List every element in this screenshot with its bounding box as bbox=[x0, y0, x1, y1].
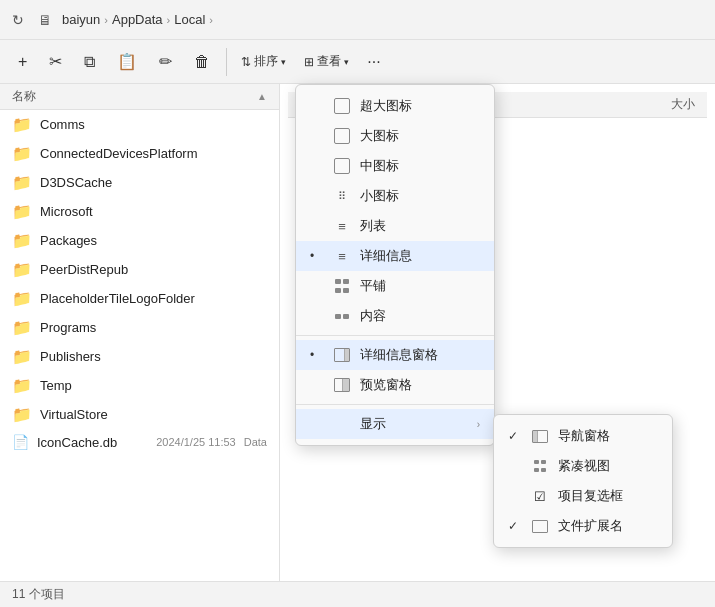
rename-icon: ✏ bbox=[159, 52, 172, 71]
menu-item-detail-pane[interactable]: • 详细信息窗格 bbox=[296, 340, 494, 370]
copy-button[interactable]: ⧉ bbox=[74, 49, 105, 75]
sort-dropdown[interactable]: ⇅ 排序 ▾ bbox=[233, 49, 294, 74]
menu-item-detail-pane-label: 详细信息窗格 bbox=[360, 346, 480, 364]
submenu-item-checkbox[interactable]: ☑ 项目复选框 bbox=[494, 481, 672, 511]
menu-item-detail[interactable]: • ≡ 详细信息 bbox=[296, 241, 494, 271]
submenu-item-compact-label: 紧凑视图 bbox=[558, 457, 658, 475]
menu-item-medium-icon[interactable]: 中图标 bbox=[296, 151, 494, 181]
folder-icon: 📁 bbox=[12, 260, 32, 279]
view-label: 查看 bbox=[317, 53, 341, 70]
small-icon-icon: ⠿ bbox=[334, 188, 350, 204]
folder-icon: 📁 bbox=[12, 144, 32, 163]
large-icon-icon bbox=[334, 128, 350, 144]
rename-button[interactable]: ✏ bbox=[149, 48, 182, 75]
list-item[interactable]: 📁 Packages bbox=[0, 226, 279, 255]
folder-icon: 📁 bbox=[12, 231, 32, 250]
file-size: Data bbox=[244, 436, 267, 448]
paste-button[interactable]: 📋 bbox=[107, 48, 147, 75]
submenu-item-nav-pane[interactable]: ✓ 导航窗格 bbox=[494, 421, 672, 451]
content-icon bbox=[334, 308, 350, 324]
compact-icon bbox=[532, 458, 548, 474]
column-name[interactable]: 名称 bbox=[12, 88, 253, 105]
menu-item-small-icon[interactable]: ⠿ 小图标 bbox=[296, 181, 494, 211]
extension-icon bbox=[532, 520, 548, 533]
submenu: ✓ 导航窗格 紧凑视图 ☑ 项目复选框 ✓ 文件扩展名 bbox=[493, 414, 673, 548]
folder-icon: 📁 bbox=[12, 318, 32, 337]
submenu-item-extension-label: 文件扩展名 bbox=[558, 517, 658, 535]
menu-item-list[interactable]: ≡ 列表 bbox=[296, 211, 494, 241]
menu-item-show[interactable]: 显示 › bbox=[296, 409, 494, 439]
menu-item-tile[interactable]: 平铺 bbox=[296, 271, 494, 301]
breadcrumb-item-baiyun[interactable]: baiyun bbox=[62, 12, 100, 27]
refresh-icon[interactable]: ↻ bbox=[8, 8, 28, 32]
cut-button[interactable]: ✂ bbox=[39, 48, 72, 75]
status-text: 11 个项目 bbox=[12, 586, 65, 603]
list-item[interactable]: 📁 Comms bbox=[0, 110, 279, 139]
menu-check-detail: • bbox=[310, 249, 324, 263]
menu-item-xlarge-icon[interactable]: 超大图标 bbox=[296, 91, 494, 121]
menu-item-large-icon[interactable]: 大图标 bbox=[296, 121, 494, 151]
list-item[interactable]: 📁 Temp bbox=[0, 371, 279, 400]
view-icon: ⊞ bbox=[304, 55, 314, 69]
file-name: Packages bbox=[40, 233, 267, 248]
menu-separator2 bbox=[296, 404, 494, 405]
submenu-item-nav-label: 导航窗格 bbox=[558, 427, 658, 445]
menu-item-small-label: 小图标 bbox=[360, 187, 480, 205]
folder-icon: 📁 bbox=[12, 202, 32, 221]
file-name: Comms bbox=[40, 117, 267, 132]
breadcrumb-item-local[interactable]: Local bbox=[174, 12, 205, 27]
new-button[interactable]: + bbox=[8, 49, 37, 75]
tile-icon bbox=[334, 278, 350, 294]
sort-label: 排序 bbox=[254, 53, 278, 70]
list-item[interactable]: 📁 VirtualStore bbox=[0, 400, 279, 429]
menu-item-list-label: 列表 bbox=[360, 217, 480, 235]
menu-item-large-label: 大图标 bbox=[360, 127, 480, 145]
title-bar: ↻ 🖥 baiyun › AppData › Local › bbox=[0, 0, 715, 40]
submenu-item-compact[interactable]: 紧凑视图 bbox=[494, 451, 672, 481]
breadcrumb-sep3: › bbox=[209, 14, 213, 26]
list-item[interactable]: 📁 PlaceholderTileLogoFolder bbox=[0, 284, 279, 313]
list-item[interactable]: 📄 IconCache.db 2024/1/25 11:53 Data bbox=[0, 429, 279, 455]
menu-item-preview-pane[interactable]: 预览窗格 bbox=[296, 370, 494, 400]
file-doc-icon: 📄 bbox=[12, 434, 29, 450]
list-item[interactable]: 📁 ConnectedDevicesPlatform bbox=[0, 139, 279, 168]
breadcrumb-sep: › bbox=[104, 14, 108, 26]
list-item[interactable]: 📁 PeerDistRepub bbox=[0, 255, 279, 284]
delete-icon: 🗑 bbox=[194, 53, 210, 71]
submenu-check-nav: ✓ bbox=[508, 429, 522, 443]
menu-item-content[interactable]: 内容 bbox=[296, 301, 494, 331]
folder-icon: 📁 bbox=[12, 289, 32, 308]
file-date: 2024/1/25 11:53 bbox=[156, 436, 236, 448]
list-icon: ≡ bbox=[334, 218, 350, 234]
paste-icon: 📋 bbox=[117, 52, 137, 71]
context-menu-overlay: 超大图标 大图标 中图标 ⠿ 小图标 ≡ 列表 • ≡ 详细信息 bbox=[295, 84, 495, 446]
sort-indicator[interactable]: ▲ bbox=[257, 91, 267, 102]
delete-button[interactable]: 🗑 bbox=[184, 49, 220, 75]
breadcrumb: baiyun › AppData › Local › bbox=[62, 12, 213, 27]
breadcrumb-item-appdata[interactable]: AppData bbox=[112, 12, 163, 27]
folder-icon: 📁 bbox=[12, 405, 32, 424]
menu-item-preview-pane-label: 预览窗格 bbox=[360, 376, 480, 394]
list-item[interactable]: 📁 D3DSCache bbox=[0, 168, 279, 197]
breadcrumb-sep2: › bbox=[167, 14, 171, 26]
file-name: PeerDistRepub bbox=[40, 262, 267, 277]
list-item[interactable]: 📁 Programs bbox=[0, 313, 279, 342]
cut-icon: ✂ bbox=[49, 52, 62, 71]
xlarge-icon-icon bbox=[334, 98, 350, 114]
more-button[interactable]: ··· bbox=[359, 49, 388, 75]
sort-icon: ⇅ bbox=[241, 55, 251, 69]
file-list-header: 名称 ▲ bbox=[0, 84, 279, 110]
status-bar: 11 个项目 bbox=[0, 581, 715, 607]
view-dropdown[interactable]: ⊞ 查看 ▾ bbox=[296, 49, 357, 74]
list-item[interactable]: 📁 Publishers bbox=[0, 342, 279, 371]
monitor-icon: 🖥 bbox=[34, 8, 56, 32]
menu-item-show-label: 显示 bbox=[360, 415, 467, 433]
preview-pane-icon bbox=[334, 378, 350, 392]
menu-check-detail-pane: • bbox=[310, 348, 324, 362]
menu-separator bbox=[296, 335, 494, 336]
list-item[interactable]: 📁 Microsoft bbox=[0, 197, 279, 226]
submenu-item-extension[interactable]: ✓ 文件扩展名 bbox=[494, 511, 672, 541]
file-name: D3DSCache bbox=[40, 175, 267, 190]
nav-pane-icon bbox=[532, 430, 548, 443]
menu-item-content-label: 内容 bbox=[360, 307, 480, 325]
